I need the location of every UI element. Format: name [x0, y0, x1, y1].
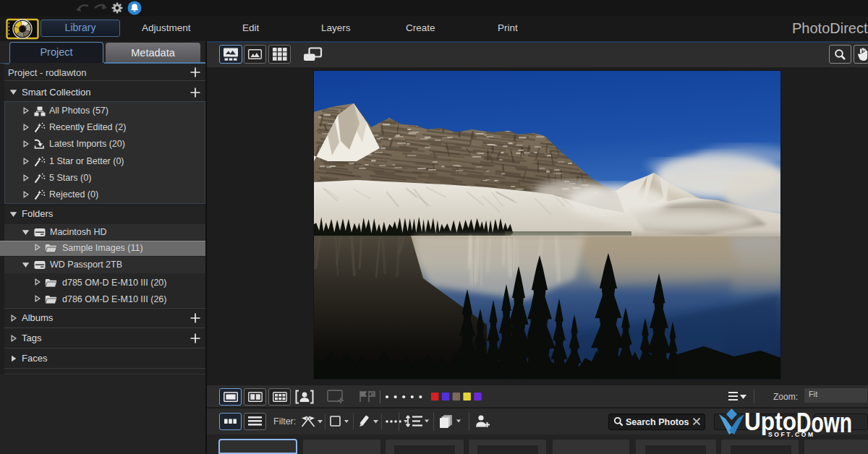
svg-text:SOFT.COM: SOFT.COM	[768, 431, 815, 438]
